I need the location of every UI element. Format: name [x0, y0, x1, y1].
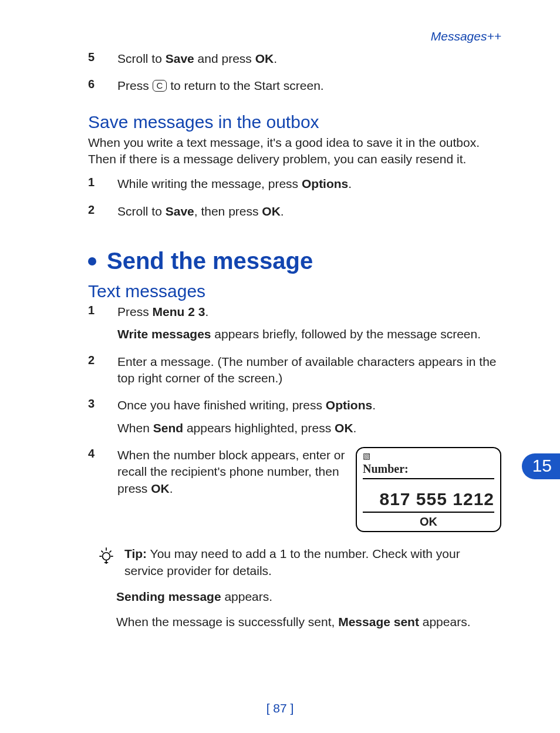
text: Enter a message. (The number of availabl…: [117, 354, 501, 387]
text: Press: [117, 305, 153, 318]
step-text: Scroll to Save and press OK.: [117, 51, 501, 73]
step-number: 1: [88, 176, 117, 198]
page-number-value: 87: [273, 701, 286, 715]
bold: Options: [326, 398, 372, 412]
text: When the message is successfully sent,: [116, 615, 338, 628]
text: .: [353, 421, 357, 435]
text: appears.: [419, 615, 471, 628]
svg-line-6: [102, 550, 103, 552]
bold: Write messages: [117, 327, 211, 341]
chapter-tab-badge: 15: [522, 453, 560, 479]
signal-icon: ▧: [363, 453, 494, 459]
bold: OK: [255, 52, 274, 65]
step-text: When the number block appears, enter or …: [117, 447, 501, 540]
text: , then press: [194, 204, 262, 218]
step-text: Once you have finished writing, press Op…: [117, 397, 501, 442]
step-5: 5 Scroll to Save and press OK.: [88, 51, 501, 73]
bold: OK: [151, 482, 170, 495]
send-step-1: 1 Press Menu 2 3. Write messages appears…: [88, 304, 501, 349]
step-text: Enter a message. (The number of availabl…: [117, 354, 501, 393]
step-text: Scroll to Save, then press OK.: [117, 203, 501, 226]
bold: Send: [153, 421, 183, 435]
text: appears highlighted, press: [183, 421, 335, 435]
text: When: [117, 421, 153, 435]
text: to return to the Start screen.: [167, 79, 323, 92]
text: .: [281, 204, 284, 218]
heading-save-outbox: Save messages in the outbox: [88, 112, 501, 132]
step-text: Press C to return to the Start screen.: [117, 78, 501, 100]
heading-text-messages: Text messages: [88, 281, 501, 301]
tip-text: You may need to add a 1 to the number. C…: [124, 547, 460, 577]
bullet-icon: [88, 257, 96, 265]
svg-line-7: [109, 550, 111, 552]
text: .: [348, 177, 352, 190]
heading-text: Send the message: [107, 248, 313, 274]
tip-label: Tip:: [124, 547, 147, 560]
send-step-4: 4 When the number block appears, enter o…: [88, 447, 501, 540]
phone-ok-label: OK: [363, 514, 494, 530]
phone-label: Number:: [363, 461, 494, 479]
text: .: [372, 398, 376, 412]
header-section-label: Messages++: [431, 29, 501, 43]
text: .: [170, 482, 173, 495]
text: Scroll to: [117, 52, 166, 65]
step-text: While writing the message, press Options…: [117, 176, 501, 198]
tip-block: Tip: You may need to add a 1 to the numb…: [88, 545, 501, 580]
bold: Save: [166, 204, 194, 218]
text: Scroll to: [117, 204, 166, 218]
step-number: 6: [88, 78, 117, 100]
text: appears briefly, followed by the message…: [211, 327, 481, 341]
send-step-2: 2 Enter a message. (The number of availa…: [88, 354, 501, 393]
bold: Menu 2 3: [153, 305, 205, 318]
intro-paragraph: When you write a text message, it's a go…: [88, 135, 501, 168]
step-number: 3: [88, 397, 117, 442]
c-key-icon: C: [153, 80, 167, 92]
bold: OK: [262, 204, 281, 218]
outbox-step-1: 1 While writing the message, press Optio…: [88, 176, 501, 198]
outbox-step-2: 2 Scroll to Save, then press OK.: [88, 203, 501, 226]
bold: Message sent: [338, 615, 419, 628]
bold: Options: [302, 177, 348, 190]
bold: OK: [335, 421, 353, 435]
step-number: 1: [88, 304, 117, 349]
step-number: 4: [88, 447, 117, 540]
phone-screen-illustration: ▧ Number: 817 555 1212 OK: [356, 447, 501, 532]
step-number: 2: [88, 354, 117, 393]
text: While writing the message, press: [117, 177, 302, 190]
phone-number: 817 555 1212: [363, 487, 494, 513]
svg-point-0: [103, 552, 110, 560]
text: and press: [194, 52, 255, 65]
step-number: 5: [88, 51, 117, 73]
step-6: 6 Press C to return to the Start screen.: [88, 78, 501, 100]
text: .: [205, 305, 208, 318]
step-number: 2: [88, 203, 117, 226]
bold: Sending message: [116, 590, 221, 603]
text: Press: [117, 79, 153, 92]
step-text: Press Menu 2 3. Write messages appears b…: [117, 304, 501, 349]
heading-send-message: Send the message: [88, 248, 501, 274]
text: Once you have finished writing, press: [117, 398, 326, 412]
bold: Save: [166, 52, 194, 65]
text: .: [274, 52, 277, 65]
lightbulb-icon: [96, 545, 116, 568]
text: appears.: [221, 590, 273, 603]
send-step-3: 3 Once you have finished writing, press …: [88, 397, 501, 442]
page-number: [ 87 ]: [0, 701, 560, 715]
